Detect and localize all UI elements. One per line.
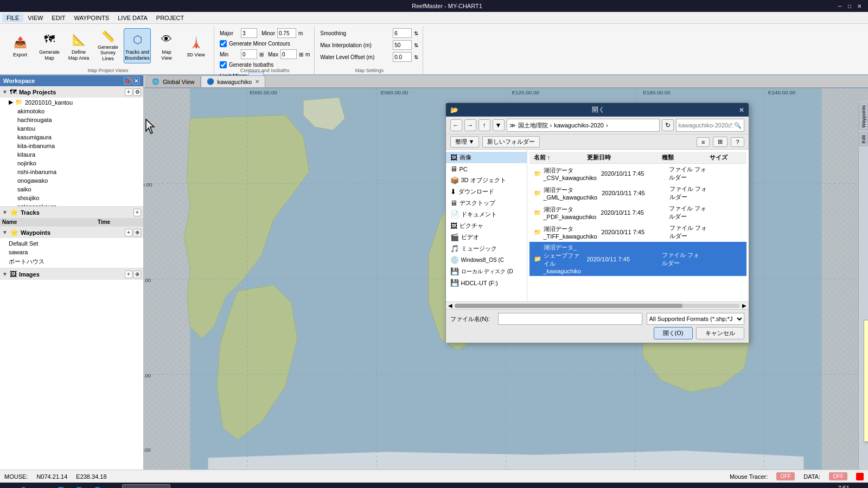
open-btn[interactable]: 開く(O) — [654, 327, 693, 339]
data-toggle[interactable]: OFF — [829, 472, 847, 480]
major-input[interactable] — [241, 28, 257, 38]
view-btn[interactable]: ≡ — [697, 137, 710, 147]
breadcrumb-part1[interactable]: 国土地理院 — [518, 121, 548, 130]
file-row-csv[interactable]: 📁 湖沼データ_CSV_kawaguchiko 2020/10/11 7:45 … — [529, 164, 746, 183]
cancel-btn[interactable]: キャンセル — [696, 327, 744, 339]
dlg-item-hdcl[interactable]: 💾 HDCL-UT (F:) — [446, 277, 527, 288]
file-header-size[interactable]: サイズ — [710, 153, 742, 162]
scroll-thumb[interactable] — [455, 304, 683, 308]
file-row-pdf[interactable]: 📁 湖沼データ_PDF_kawaguchiko 2020/10/11 7:45 … — [529, 203, 746, 222]
dialog-history-btn[interactable]: ▼ — [493, 119, 505, 131]
dlg-item-local-disk[interactable]: 💾 ローカル ディスク (D — [446, 266, 527, 277]
dlg-item-3d[interactable]: 📦 3D オブジェクト — [446, 175, 527, 186]
tree-akimotoko[interactable]: akimotoko — [4, 107, 143, 115]
generate-isobaths-checkbox[interactable] — [220, 61, 227, 68]
map-projects-add[interactable]: + — [125, 88, 132, 96]
dlg-item-download[interactable]: ⬇ ダウンロード — [446, 186, 527, 197]
generate-minor-row[interactable]: Generate Minor Contours — [220, 40, 310, 47]
close-button[interactable]: ✕ — [855, 2, 864, 10]
dlg-item-windows[interactable]: 💿 Windows8_OS (C — [446, 254, 527, 266]
dialog-search-input[interactable] — [679, 122, 733, 129]
smoothing-input[interactable] — [393, 28, 412, 38]
min-input[interactable] — [241, 49, 257, 59]
ribbon-btn-tracks-boundaries[interactable]: ⬡ Tracks andBoundaries — [124, 28, 151, 63]
tree-kitaura[interactable]: kitaura — [4, 150, 143, 159]
taskbar-download[interactable]: ⬇ — [107, 484, 121, 488]
new-folder-btn[interactable]: 新しいフォルダー — [482, 136, 540, 147]
dlg-item-documents[interactable]: 📄 ドキュメント — [446, 209, 527, 220]
taskbar-reefmaster[interactable]: 🐟 ReefMaster — [122, 484, 170, 488]
dlg-item-images[interactable]: 🖼 画像 — [446, 152, 527, 163]
taskbar-app2[interactable]: 📷 — [171, 484, 189, 488]
dialog-close[interactable]: ✕ — [739, 106, 744, 114]
file-header-type[interactable]: 種類 — [662, 153, 705, 162]
menu-live-data[interactable]: LIVE DATA — [113, 14, 152, 22]
workspace-close[interactable]: ✕ — [132, 77, 140, 85]
filename-input[interactable] — [498, 313, 642, 325]
tree-shoujiko[interactable]: shoujiko — [4, 194, 143, 202]
ribbon-btn-3d-view[interactable]: 🗼 3D View — [182, 28, 209, 63]
scroll-track[interactable] — [455, 304, 740, 308]
record-btn[interactable] — [856, 473, 864, 480]
dlg-item-desktop[interactable]: 🖥 デスクトップ — [446, 197, 527, 209]
menu-waypoints[interactable]: WAYPOINTS — [69, 14, 113, 22]
tree-nshi-inbanuma[interactable]: nshi-inbanuma — [4, 168, 143, 176]
scroll-left-btn[interactable]: ◀ — [448, 303, 452, 309]
ribbon-btn-export[interactable]: 📤 Export — [7, 28, 34, 63]
dlg-item-music[interactable]: 🎵 ミュージック — [446, 243, 527, 254]
file-row-gml[interactable]: 📁 湖沼データ_GML_kawaguchiko 2020/10/11 7:45 … — [529, 183, 746, 203]
map-projects-header[interactable]: ▼ 🗺 Map Projects + ⚙ — [0, 86, 143, 98]
dialog-address-bar[interactable]: ≫ 国土地理院 › kawaguchiko-2020 › — [507, 119, 660, 132]
max-interp-spinner[interactable]: ⇅ — [414, 42, 418, 48]
minimize-button[interactable]: ─ — [835, 2, 844, 10]
waypoints-header[interactable]: ▼ ⭐ Waypoints + ⊕ — [0, 227, 143, 238]
taskbar-browser-ie[interactable]: 🔵 — [71, 484, 88, 488]
workspace-pin[interactable]: 📌 — [124, 77, 131, 85]
dialog-up-btn[interactable]: ↑ — [478, 119, 490, 131]
dlg-item-video[interactable]: 🎬 ビデオ — [446, 232, 527, 243]
waypoint-sawara[interactable]: sawara — [0, 248, 143, 256]
tree-kantou[interactable]: kantou — [4, 124, 143, 133]
breadcrumb-part2[interactable]: kawaguchiko-2020 — [554, 122, 604, 129]
mouse-tracer-toggle[interactable]: OFF — [776, 472, 795, 480]
file-row-shapefile[interactable]: 📁 湖沼データ_シェープファイル_kawaguchiko 2020/10/11 … — [529, 242, 746, 276]
tree-saiko[interactable]: saiko — [4, 185, 143, 194]
scroll-right-btn[interactable]: ▶ — [742, 303, 746, 309]
waypoint-default-set[interactable]: Default Set — [0, 239, 143, 248]
maximize-button[interactable]: □ — [845, 2, 854, 10]
dialog-hscrollbar[interactable]: ◀ ▶ — [446, 301, 749, 309]
tree-hachirougata[interactable]: hachirougata — [4, 115, 143, 124]
tray-clock[interactable]: 7:51 2020/10/11 — [820, 485, 850, 488]
taskbar-browser-chrome[interactable]: 🔵 — [89, 484, 106, 488]
tree-kita-inbanuma[interactable]: kita-inbanuma — [4, 142, 143, 150]
tracks-add[interactable]: + — [133, 209, 141, 216]
water-level-spinner[interactable]: ⇅ — [414, 54, 418, 60]
tracks-header[interactable]: ▼ ⭐ Tracks + — [0, 207, 143, 218]
taskbar-browser-edge[interactable]: 🌐 — [52, 484, 69, 488]
file-row-tiff[interactable]: 📁 湖沼データ_TIFF_kawaguchiko 2020/10/11 7:45… — [529, 222, 746, 242]
menu-view[interactable]: VIEW — [23, 14, 47, 22]
help-btn[interactable]: ? — [731, 137, 744, 147]
water-level-input[interactable] — [393, 52, 412, 62]
dialog-refresh-btn[interactable]: ↻ — [662, 119, 674, 131]
ribbon-btn-generate-survey-lines[interactable]: 📏 GenerateSurvey Lines — [94, 28, 122, 63]
map-projects-settings[interactable]: ⚙ — [133, 88, 141, 96]
start-button[interactable]: ⊞ — [2, 484, 16, 488]
tree-sotonasakaura[interactable]: sotonasakaura — [4, 202, 143, 206]
menu-edit[interactable]: EDIT — [47, 14, 69, 22]
file-header-name[interactable]: 名前 ↑ — [534, 153, 583, 162]
layout-btn[interactable]: ⊞ — [713, 137, 727, 147]
max-input[interactable] — [280, 49, 297, 59]
waypoints-add1[interactable]: + — [125, 229, 132, 236]
images-header[interactable]: ▼ 🖼 Images + ⊕ — [0, 268, 143, 280]
tree-kasumigaura[interactable]: kasumigaura — [4, 133, 143, 142]
taskbar-search[interactable]: 🔍 — [17, 484, 33, 488]
dlg-item-pictures[interactable]: 🖼 ピクチャ — [446, 220, 527, 232]
ribbon-btn-generate-map[interactable]: 🗺 GenerateMap — [36, 28, 63, 63]
images-add2[interactable]: ⊕ — [133, 271, 141, 278]
tree-nojiriko[interactable]: nojiriko — [4, 159, 143, 168]
max-interp-input[interactable] — [393, 40, 412, 50]
ribbon-btn-map-view[interactable]: 👁 MapView — [153, 28, 180, 63]
filetype-select[interactable]: All Supported Formats (*.shp;*J — [647, 313, 744, 325]
tree-item-20201010[interactable]: ▶ 📁 20201010_kantou — [0, 98, 143, 107]
